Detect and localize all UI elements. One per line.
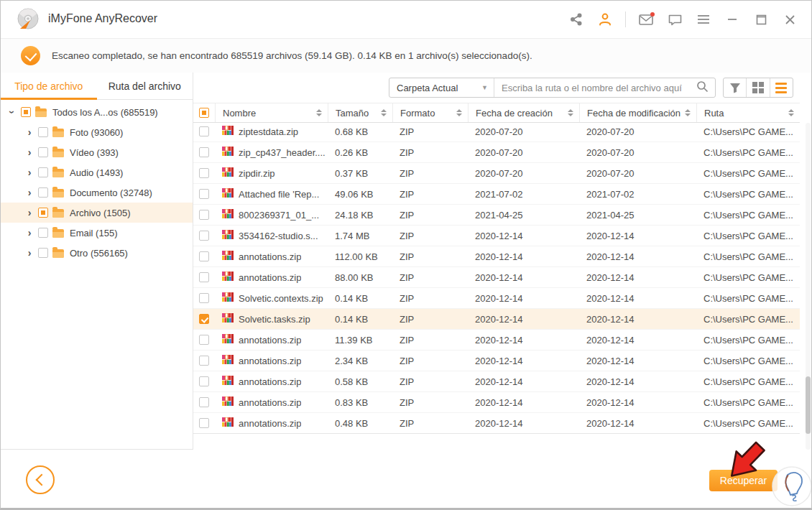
table-select-all[interactable] [193,103,215,122]
tree-item-4[interactable]: ›Documento (32748) [1,182,193,203]
sort-icon[interactable] [568,109,573,116]
table-row[interactable]: annotations.zip0.48 KBZIP2020-12-142020-… [193,413,800,434]
list-view-icon[interactable] [770,78,793,97]
search-icon[interactable] [696,80,709,96]
search-input[interactable] [494,83,696,93]
menu-icon[interactable] [692,8,715,31]
table-row[interactable]: annotations.zip0.83 KBZIP2020-12-142020-… [193,392,800,413]
tree-checkbox-2[interactable] [38,147,48,157]
chevron-right-icon[interactable]: › [25,208,34,218]
close-icon[interactable] [778,8,801,31]
sort-icon[interactable] [788,109,794,116]
file-created-date: 2020-12-14 [468,335,579,346]
back-button[interactable] [26,465,55,494]
tree-item-2[interactable]: ›Vídeo (393) [1,142,193,162]
folder-dropdown[interactable]: Carpeta Actual ▼ [389,78,494,97]
chevron-right-icon[interactable]: › [25,187,34,198]
tree-checkbox-4[interactable] [38,187,48,198]
tree-item-6[interactable]: ›Email (155) [1,223,193,243]
column-header-0[interactable]: Nombre [215,103,328,122]
table-row[interactable]: annotations.zip0.58 KBZIP2020-12-142020-… [193,371,800,392]
minimize-icon[interactable] [721,8,744,31]
row-checkbox-9[interactable] [199,314,209,324]
file-format: ZIP [392,251,468,262]
sort-icon[interactable] [456,109,462,116]
scrollbar-track[interactable] [806,123,811,450]
tree-item-0[interactable]: ›Todos los A...os (685519) [1,102,193,122]
table-row[interactable]: annotations.zip88.00 KBZIP2020-12-142020… [193,267,800,288]
table-row[interactable]: ziptestdata.zip0.68 KBZIP2020-07-202020-… [193,121,800,142]
row-checkbox-10[interactable] [199,335,209,345]
table-row[interactable]: 3534162-studio.s...1.74 MBZIP2020-12-142… [193,226,800,246]
tree-item-7[interactable]: ›Otro (556165) [1,243,193,263]
sort-icon[interactable] [685,109,691,116]
table-row[interactable]: annotations.zip112.00 KBZIP2020-12-14202… [193,246,800,267]
zip-file-icon [222,147,234,158]
chevron-right-icon[interactable]: › [25,228,34,238]
maximize-icon[interactable] [749,8,772,31]
tree-checkbox-0[interactable] [21,107,31,117]
table-row[interactable]: zipdir.zip0.37 KBZIP2020-07-202020-07-20… [193,163,800,184]
feedback-icon[interactable] [663,8,686,31]
grid-view-icon[interactable] [746,78,769,97]
row-checkbox-6[interactable] [199,251,209,261]
row-checkbox-0[interactable] [199,126,209,136]
table-row[interactable]: Solvetic.contexts.zip0.14 KBZIP2020-12-1… [193,288,800,309]
file-size: 2.34 KB [328,356,392,366]
table-row[interactable]: annotations.zip2.34 KBZIP2020-12-142020-… [193,351,800,371]
row-checkbox-5[interactable] [199,231,209,241]
row-checkbox-11[interactable] [199,356,209,366]
table-row[interactable]: 8002369371_01_...24.18 KBZIP2021-04-2520… [193,205,800,226]
chevron-right-icon[interactable]: › [25,248,34,258]
file-name: 3534162-studio.s... [239,231,318,241]
tree-checkbox-5[interactable] [38,208,48,218]
tab-file-type[interactable]: Tipo de archivo [1,73,97,99]
scrollbar-thumb[interactable] [806,376,811,434]
filter-icon[interactable] [724,78,746,97]
column-header-3[interactable]: Fecha de creación [468,103,579,122]
row-checkbox-14[interactable] [199,418,209,428]
tree-checkbox-3[interactable] [38,167,48,177]
row-checkbox-8[interactable] [199,293,209,303]
chevron-right-icon[interactable]: › [25,127,34,137]
tree-checkbox-1[interactable] [38,127,48,137]
tree-checkbox-6[interactable] [38,228,48,238]
table-row[interactable]: Solvetic.tasks.zip0.14 KBZIP2020-12-1420… [193,309,800,330]
chevron-down-icon[interactable]: › [7,108,17,116]
row-checkbox-2[interactable] [199,168,209,178]
file-format: ZIP [392,168,468,179]
column-header-5[interactable]: Ruta [696,103,800,122]
tree-checkbox-7[interactable] [38,248,48,258]
tab-file-path[interactable]: Ruta del archivo [97,73,193,99]
chevron-right-icon[interactable]: › [25,167,34,177]
row-checkbox-13[interactable] [199,397,209,407]
recover-button[interactable]: Recuperar [709,470,778,491]
column-header-2[interactable]: Formato [392,103,468,122]
account-icon[interactable] [594,8,617,31]
table-row[interactable]: zip_cp437_header....0.26 KBZIP2020-07-20… [193,142,800,163]
sort-icon[interactable] [381,109,387,116]
folder-icon [52,129,64,137]
footer [1,450,811,508]
table-row[interactable]: Attached file 'Rep...49.06 KBZIP2021-07-… [193,184,800,205]
sort-icon[interactable] [316,109,322,116]
chevron-right-icon[interactable]: › [25,147,34,157]
row-checkbox-7[interactable] [199,272,209,282]
row-checkbox-1[interactable] [199,147,209,157]
tree-item-3[interactable]: ›Audio (1493) [1,162,193,182]
file-path: C:\Users\PC GAME... [696,397,800,408]
row-checkbox-3[interactable] [199,189,209,199]
row-checkbox-4[interactable] [199,210,209,220]
column-header-4[interactable]: Fecha de modificación [579,103,696,122]
search-combo: Carpeta Actual ▼ [389,78,716,98]
column-header-1[interactable]: Tamaño [328,103,392,122]
file-path: C:\Users\PC GAME... [696,314,800,325]
row-checkbox-12[interactable] [199,376,209,386]
tree-item-1[interactable]: ›Foto (93060) [1,122,193,142]
zip-file-icon [222,167,234,179]
tree-item-5[interactable]: ›Archivo (1505) [1,203,193,223]
mail-icon[interactable] [635,8,658,31]
table-row[interactable]: annotations.zip11.39 KBZIP2020-12-142020… [193,330,800,351]
share-icon[interactable] [565,8,588,31]
select-all-checkbox[interactable] [199,108,209,118]
